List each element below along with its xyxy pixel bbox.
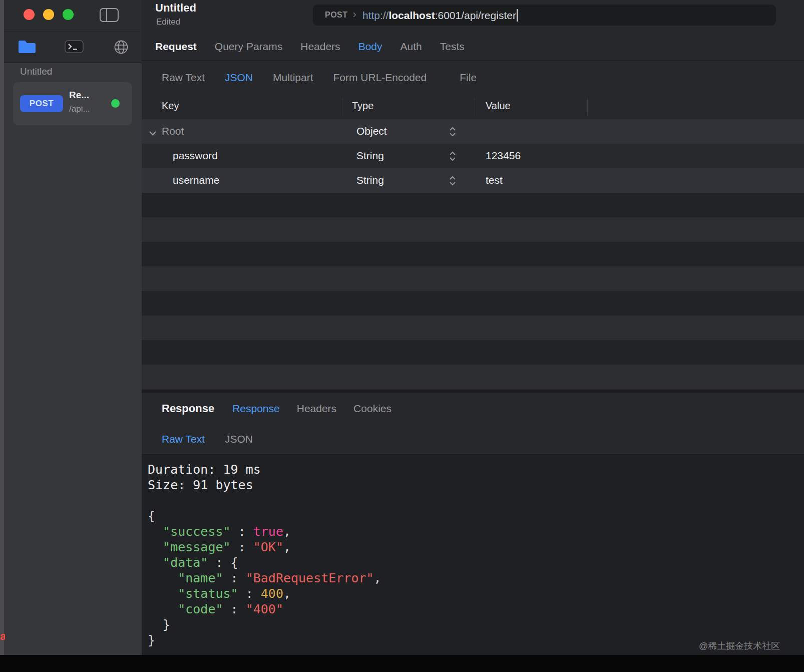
empty-row [142, 193, 804, 217]
response-section-label: Response [162, 402, 214, 415]
tab-response[interactable]: Response [232, 403, 280, 415]
sidebar-group-label: Untitled [20, 66, 52, 77]
empty-rows [142, 193, 804, 390]
tab-multipart[interactable]: Multipart [273, 72, 313, 84]
tab-json[interactable]: JSON [225, 72, 253, 84]
column-header-value: Value [486, 100, 511, 112]
main-panel: Untitled Edited POST › http://localhost:… [142, 0, 804, 672]
url-text[interactable]: http://localhost:6001/api/register [362, 9, 518, 22]
url-path: :6001/api/register [435, 10, 516, 21]
code-line: "code" : "400" [148, 601, 804, 617]
code-line: Size: 91 bytes [148, 477, 804, 493]
sidebar: Untitled POST Re... /api... [4, 0, 142, 672]
empty-row [142, 217, 804, 242]
code-line: "success" : true, [148, 524, 804, 539]
empty-row [142, 266, 804, 291]
document-edited-label: Edited [156, 17, 180, 27]
tab-request[interactable]: Request [155, 41, 197, 53]
tab-form-url-encoded[interactable]: Form URL-Encoded [333, 72, 427, 84]
row-key: password [173, 150, 218, 162]
request-tab-bar: Request Query Params Headers Body Auth T… [142, 36, 804, 57]
window-close-button[interactable] [24, 9, 35, 20]
url-separator: :// [380, 10, 389, 21]
empty-row [142, 242, 804, 266]
type-stepper-icon[interactable] [449, 126, 457, 140]
url-method-label: POST [325, 11, 348, 20]
response-tab-bar: Response Response Headers Cookies [142, 393, 804, 425]
background-edge [0, 0, 4, 672]
tab-response-json[interactable]: JSON [225, 433, 253, 445]
app-window: a [0, 0, 804, 672]
response-code: Duration: 19 msSize: 91 bytes { "success… [148, 462, 804, 648]
row-type: Object [356, 125, 387, 137]
globe-icon[interactable] [113, 39, 129, 57]
document-title: Untitled [155, 2, 196, 15]
request-method-badge: POST [20, 95, 63, 112]
body-type-tab-bar: Raw Text JSON Multipart Form URL-Encoded… [142, 66, 804, 89]
empty-row [142, 340, 804, 365]
code-line: Duration: 19 ms [148, 462, 804, 477]
url-scheme: http [362, 10, 380, 21]
tab-tests[interactable]: Tests [440, 41, 465, 53]
window-zoom-button[interactable] [63, 9, 74, 20]
response-body[interactable]: Duration: 19 msSize: 91 bytes { "success… [142, 454, 804, 672]
tab-query-params[interactable]: Query Params [215, 41, 282, 53]
empty-row [142, 291, 804, 315]
text-caret [517, 9, 518, 22]
column-header-type: Type [352, 100, 373, 112]
tab-response-headers[interactable]: Headers [297, 403, 336, 415]
code-line: "data" : { [148, 555, 804, 570]
divider [142, 60, 804, 61]
column-header-key: Key [162, 100, 179, 112]
column-divider [587, 98, 588, 116]
row-type: String [356, 150, 384, 162]
sidebar-toggle-icon[interactable] [99, 8, 119, 25]
code-line: "status" : 400, [148, 586, 804, 601]
response-format-tab-bar: Raw Text JSON [142, 425, 804, 454]
type-stepper-icon[interactable] [449, 175, 457, 189]
tab-response-raw-text[interactable]: Raw Text [162, 433, 205, 445]
row-value: test [486, 174, 503, 186]
table-row-root[interactable]: Root Object [142, 119, 804, 144]
tab-file[interactable]: File [460, 72, 477, 84]
bottom-bar [0, 655, 804, 672]
request-status-dot [111, 99, 120, 108]
code-line: "message" : "OK", [148, 539, 804, 555]
column-divider [475, 98, 475, 116]
url-host: localhost [388, 10, 435, 21]
sidebar-request-item[interactable]: POST Re... /api... [13, 82, 132, 125]
sidebar-divider [4, 31, 142, 32]
column-divider [342, 98, 342, 116]
code-line: "name" : "BadRequestError", [148, 570, 804, 586]
folder-icon[interactable] [17, 39, 37, 56]
watermark: @稀土掘金技术社区 [699, 640, 780, 652]
tab-auth[interactable]: Auth [400, 41, 422, 53]
row-key: username [173, 174, 219, 186]
row-key: Root [162, 125, 184, 137]
request-item-path: /api... [69, 104, 90, 114]
empty-row [142, 315, 804, 340]
tab-body[interactable]: Body [358, 41, 382, 53]
tab-headers[interactable]: Headers [300, 41, 340, 53]
collapse-chevron-icon[interactable] [148, 129, 157, 138]
code-line [148, 493, 804, 508]
request-item-name: Re... [69, 90, 89, 101]
window-minimize-button[interactable] [43, 9, 54, 20]
table-row-username[interactable]: username String test [142, 168, 804, 193]
tab-response-cookies[interactable]: Cookies [353, 403, 391, 415]
table-row-password[interactable]: password String 123456 [142, 144, 804, 168]
table-header: Key Type Value [142, 94, 804, 120]
code-line: } [148, 617, 804, 632]
terminal-icon[interactable] [64, 39, 84, 56]
sidebar-header [4, 0, 142, 63]
empty-row [142, 365, 804, 389]
code-line: { [148, 508, 804, 524]
type-stepper-icon[interactable] [449, 150, 457, 164]
background-edge-text: a [0, 630, 5, 643]
tab-raw-text[interactable]: Raw Text [162, 72, 205, 84]
url-chevron-icon: › [353, 8, 356, 21]
row-type: String [356, 174, 384, 186]
url-bar[interactable]: POST › http://localhost:6001/api/registe… [313, 5, 776, 26]
row-value: 123456 [486, 150, 521, 162]
